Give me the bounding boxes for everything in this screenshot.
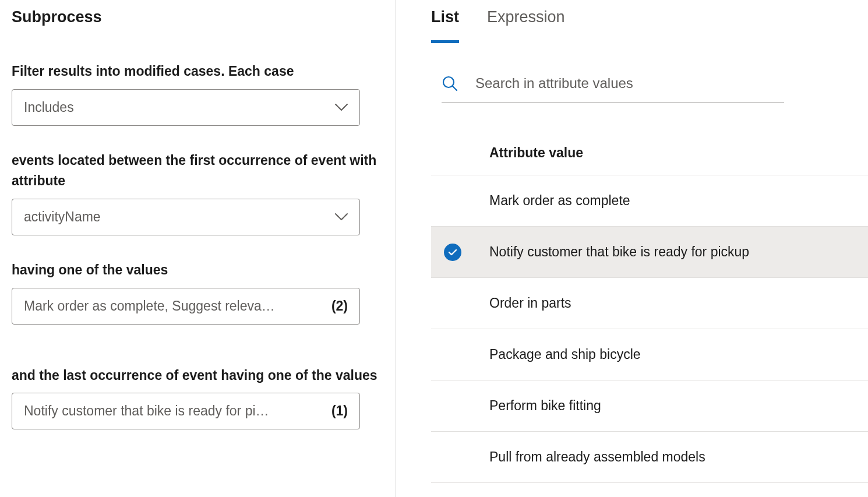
having-values-text: Mark order as complete, Suggest releva…	[24, 298, 322, 314]
attribute-value-row[interactable]: Mark order as complete	[431, 175, 868, 227]
last-values-count: (1)	[331, 403, 348, 419]
between-label: events located between the first occurre…	[12, 150, 384, 192]
right-panel: List Expression Attribute value Mark ord…	[396, 0, 868, 497]
search-icon	[442, 75, 458, 91]
having-label: having one of the values	[12, 260, 384, 281]
search-input[interactable]	[474, 75, 784, 92]
attribute-value-label: Perform bike fitting	[489, 398, 601, 414]
page-title: Subprocess	[12, 8, 384, 26]
attribute-value: activityName	[24, 209, 101, 225]
last-values-text: Notify customer that bike is ready for p…	[24, 403, 322, 419]
last-label: and the last occurrence of event having …	[12, 365, 384, 386]
tab-list[interactable]: List	[431, 8, 459, 43]
tabs: List Expression	[431, 8, 868, 43]
chevron-down-icon	[335, 103, 348, 111]
attribute-value-label: Mark order as complete	[489, 193, 630, 209]
search-row	[442, 75, 784, 103]
svg-line-1	[453, 86, 457, 90]
attribute-value-row[interactable]: Pull from already assembled models	[431, 432, 868, 483]
filter-label: Filter results into modified cases. Each…	[12, 61, 384, 82]
having-values-select[interactable]: Mark order as complete, Suggest releva… …	[12, 288, 360, 325]
filter-value: Includes	[24, 100, 74, 115]
attribute-select[interactable]: activityName	[12, 199, 360, 235]
tab-expression[interactable]: Expression	[487, 8, 565, 43]
attribute-value-label: Order in parts	[489, 295, 571, 311]
attribute-value-row[interactable]: Order in parts	[431, 278, 868, 329]
left-panel: Subprocess Filter results into modified …	[0, 0, 396, 497]
attribute-value-label: Pull from already assembled models	[489, 449, 705, 465]
attribute-value-row[interactable]: Perform bike fitting	[431, 380, 868, 432]
attribute-value-row[interactable]: Package and ship bicycle	[431, 329, 868, 380]
chevron-down-icon	[335, 213, 348, 221]
attribute-value-list: Mark order as completeNotify customer th…	[431, 175, 868, 483]
having-values-count: (2)	[331, 298, 348, 314]
attribute-value-row[interactable]: Notify customer that bike is ready for p…	[431, 227, 868, 278]
attribute-value-label: Notify customer that bike is ready for p…	[489, 244, 749, 260]
filter-select[interactable]: Includes	[12, 89, 360, 126]
attribute-value-header: Attribute value	[431, 145, 868, 175]
last-values-select[interactable]: Notify customer that bike is ready for p…	[12, 393, 360, 429]
attribute-value-label: Package and ship bicycle	[489, 347, 641, 362]
check-icon	[444, 244, 461, 261]
